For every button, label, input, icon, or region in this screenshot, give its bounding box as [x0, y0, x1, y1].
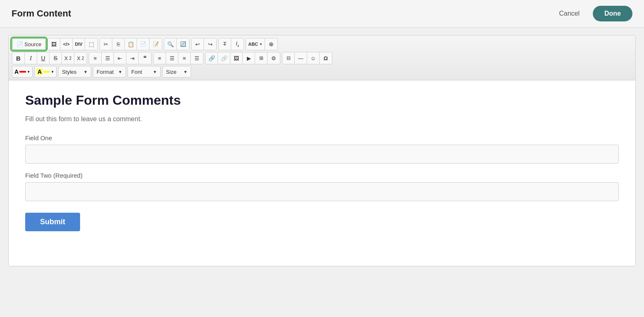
bold-button[interactable]: B — [12, 52, 25, 64]
div-icon: DIV — [75, 42, 83, 47]
editor-content: Sample Form Comments Fill out this form … — [9, 80, 635, 266]
cut-button[interactable]: ✂ — [100, 38, 112, 50]
font-color-button[interactable]: A ▼ — [12, 66, 33, 77]
font-color-letter: A — [14, 68, 19, 75]
field-one-input[interactable] — [25, 145, 619, 164]
find-button[interactable]: 🔍 — [164, 38, 177, 50]
header: Form Content Cancel Done — [0, 0, 644, 28]
align-left-button[interactable]: ≡ — [154, 52, 166, 64]
align-center-icon: ☰ — [170, 55, 175, 61]
align-left-icon: ≡ — [158, 55, 161, 61]
ordered-list-button[interactable]: ≡ — [89, 52, 102, 64]
copy-button[interactable]: ⎘ — [112, 38, 125, 50]
editor-container: 📄 Source 🖼 </> DIV ⬚ — [8, 35, 636, 266]
justify-button[interactable]: ☰ — [191, 52, 203, 64]
size-dropdown[interactable]: Size ▼ — [162, 66, 191, 77]
redo-button[interactable]: ↪ — [204, 38, 216, 50]
paste-text-icon: 📄 — [140, 41, 146, 47]
image-button[interactable]: 🖼 — [48, 38, 60, 50]
subscript-button[interactable]: X2 — [62, 52, 74, 64]
cancel-button[interactable]: Cancel — [552, 7, 586, 21]
superscript-button[interactable]: X2 — [74, 52, 87, 64]
undo-button[interactable]: ↩ — [192, 38, 204, 50]
emoji-button[interactable]: ☺ — [307, 52, 320, 64]
bg-color-letter: A — [37, 68, 43, 75]
toolbar-group-lists: ≡ ☰ ⇤ ⇥ ❝ — [89, 52, 152, 64]
image-insert-icon: 🖼 — [234, 55, 239, 61]
font-color-dropdown-arrow: ▼ — [27, 70, 30, 74]
remove-format-button[interactable]: T̶ — [219, 38, 231, 50]
unordered-list-button[interactable]: ☰ — [102, 52, 114, 64]
replace-button[interactable]: 🔄 — [177, 38, 189, 50]
image-insert-button[interactable]: 🖼 — [230, 52, 243, 64]
spellcheck-dropdown-arrow: ▼ — [259, 42, 263, 46]
source-button[interactable]: 📄 Source — [12, 38, 46, 50]
blockquote-icon: ❝ — [143, 54, 147, 62]
page-title: Form Content — [12, 8, 71, 19]
undo-icon: ↩ — [195, 41, 200, 47]
toolbar-row-2: B I U S X2 X2 ≡ ☰ ⇤ — [12, 52, 632, 64]
insert-table-button[interactable]: ⊟ — [282, 52, 295, 64]
toolbar: 📄 Source 🖼 </> DIV ⬚ — [9, 35, 635, 80]
outdent-button[interactable]: ⇤ — [114, 52, 126, 64]
toolbar-row-1: 📄 Source 🖼 </> DIV ⬚ — [12, 38, 632, 50]
hr-button[interactable]: — — [295, 52, 307, 64]
table-layout-button[interactable]: ⊞ — [255, 52, 268, 64]
remove-italic-button[interactable]: Ix — [231, 38, 244, 50]
content-description: Fill out this form to leave us a comment… — [25, 115, 619, 123]
align-center-button[interactable]: ☰ — [166, 52, 178, 64]
submit-button[interactable]: Submit — [25, 213, 80, 231]
gear-icon: ⚙ — [271, 55, 276, 61]
strikethrough-button[interactable]: S — [50, 52, 62, 64]
link-icon: 🔗 — [208, 55, 215, 61]
indent-button[interactable]: ⇥ — [126, 52, 139, 64]
align-right-icon: ≡ — [183, 55, 186, 61]
paste-button[interactable]: 📋 — [125, 38, 137, 50]
select-all-button[interactable]: ⬚ — [85, 38, 97, 50]
paste-text-button[interactable]: 📄 — [137, 38, 149, 50]
accessibility-button[interactable]: ⊕ — [265, 38, 277, 50]
redo-icon: ↪ — [208, 41, 213, 47]
toolbar-group-view: 🖼 </> DIV ⬚ — [47, 38, 98, 50]
find-icon: 🔍 — [167, 41, 174, 47]
unordered-list-icon: ☰ — [105, 55, 110, 61]
image-small-icon: 🖼 — [51, 41, 57, 47]
special-char-button[interactable]: Ω — [320, 52, 332, 64]
font-chevron-icon: ▼ — [153, 70, 157, 74]
bg-color-button[interactable]: A ▼ — [34, 66, 57, 77]
field-two-input[interactable] — [25, 182, 619, 201]
blockquote-button[interactable]: ❝ — [139, 52, 151, 64]
div-button[interactable]: DIV — [73, 38, 85, 50]
content-title: Sample Form Comments — [25, 93, 619, 108]
field-two-label: Field Two (Required) — [25, 172, 619, 179]
unlink-button[interactable]: 🔗 — [218, 52, 230, 64]
link-button[interactable]: 🔗 — [206, 52, 218, 64]
spellcheck-button[interactable]: ABC ▼ — [246, 38, 265, 50]
format-dropdown[interactable]: Format ▼ — [93, 66, 126, 77]
html-button[interactable]: </> — [60, 38, 73, 50]
format-chevron-icon: ▼ — [118, 70, 122, 74]
accessibility-icon: ⊕ — [269, 41, 274, 47]
align-right-button[interactable]: ≡ — [178, 52, 191, 64]
toolbar-group-clipboard: ✂ ⎘ 📋 📄 📝 — [99, 38, 162, 50]
table-layout-icon: ⊞ — [259, 55, 263, 61]
font-dropdown[interactable]: Font ▼ — [128, 66, 161, 77]
italic-button[interactable]: I — [25, 52, 37, 64]
paste-word-button[interactable]: 📝 — [149, 38, 162, 50]
select-all-icon: ⬚ — [89, 41, 94, 47]
media-button[interactable]: ▶ — [243, 52, 255, 64]
toolbar-group-spell: ABC ▼ ⊕ — [246, 38, 278, 50]
settings-button[interactable]: ⚙ — [268, 52, 280, 64]
toolbar-group-find: 🔍 🔄 — [164, 38, 189, 50]
toolbar-group-history: ↩ ↪ — [191, 38, 217, 50]
toolbar-row-3: A ▼ A ▼ Styles ▼ Format ▼ — [12, 66, 632, 77]
emoji-icon: ☺ — [310, 55, 316, 61]
underline-button[interactable]: U — [37, 52, 50, 64]
source-icon: 📄 — [17, 41, 23, 47]
styles-dropdown[interactable]: Styles ▼ — [58, 66, 91, 77]
done-button[interactable]: Done — [593, 6, 632, 21]
bg-color-swatch — [43, 71, 50, 73]
page-wrapper: Form Content Cancel Done 📄 Source 🖼 — [0, 0, 644, 317]
hr-icon: — — [298, 55, 303, 61]
special-char-icon: Ω — [324, 55, 328, 61]
